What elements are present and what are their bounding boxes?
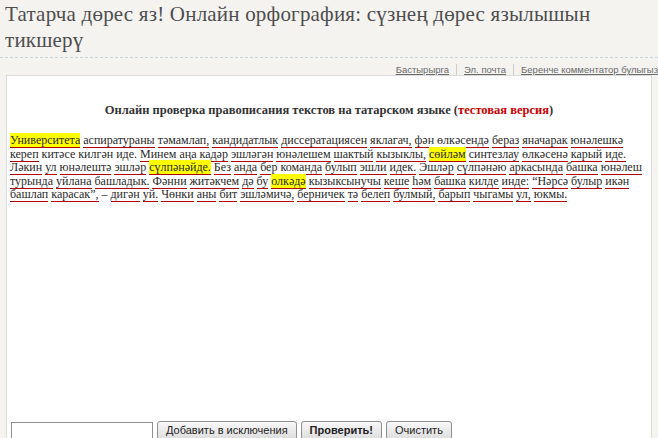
word[interactable]: идек. bbox=[390, 160, 417, 175]
bottom-controls: Добавить в исключения Проверить! Очистит… bbox=[11, 421, 456, 438]
page: { "page": { "title": "Татарча дөрес яз! … bbox=[0, 0, 658, 438]
word[interactable]: сүлпәнәю bbox=[457, 160, 507, 175]
toolbar-links-row: БастырыргаЭл. почтаБеренче комментатор б… bbox=[0, 58, 658, 75]
word[interactable]: бер bbox=[260, 160, 277, 175]
word[interactable]: яклагач, bbox=[370, 133, 411, 148]
check-button[interactable]: Проверить! bbox=[301, 421, 382, 438]
word[interactable]: ул bbox=[45, 160, 56, 175]
word[interactable]: белеп bbox=[361, 187, 390, 202]
test-version-note: тестовая версия bbox=[458, 103, 549, 117]
word[interactable]: берничек bbox=[297, 187, 344, 202]
word[interactable]: уй. bbox=[143, 187, 158, 202]
clear-button[interactable]: Очистить bbox=[386, 421, 452, 438]
word[interactable]: башлап bbox=[10, 187, 48, 202]
toolbar-link-3[interactable]: Беренче комментатор булыгыз bbox=[514, 64, 658, 75]
checked-text: Университета аспиратураны тәмамлап, канд… bbox=[10, 134, 648, 202]
word[interactable]: эшләмичә, bbox=[240, 187, 294, 202]
word[interactable]: диссератациясен bbox=[281, 133, 367, 148]
word[interactable]: Чөнки bbox=[161, 187, 193, 202]
checker-heading-text: Онлайн проверка правописания текстов на … bbox=[105, 103, 451, 117]
word[interactable]: бераз bbox=[492, 133, 519, 148]
word[interactable]: тәмамлап, bbox=[158, 133, 210, 148]
misspelled-word[interactable]: сүлпәнәйде. bbox=[149, 160, 211, 175]
checker-heading: Онлайн проверка правописания текстов на … bbox=[7, 103, 651, 118]
word[interactable]: анда bbox=[234, 160, 257, 175]
paren-close: ) bbox=[549, 103, 553, 117]
word[interactable]: булып bbox=[325, 160, 357, 175]
word[interactable]: чыгамы bbox=[473, 187, 513, 202]
word[interactable]: кандидатлык bbox=[212, 133, 278, 148]
word[interactable]: барып bbox=[438, 187, 470, 202]
word: килгән bbox=[78, 147, 113, 161]
word[interactable]: ул, bbox=[516, 187, 530, 202]
word[interactable]: яначарак bbox=[522, 133, 567, 148]
checker-panel: Онлайн проверка правописания текстов на … bbox=[6, 75, 652, 438]
page-title: Татарча дөрес яз! Онлайн орфография: сүз… bbox=[5, 1, 605, 53]
word: – bbox=[102, 187, 108, 201]
word[interactable]: тә bbox=[348, 187, 359, 202]
word: китәсе bbox=[42, 147, 76, 161]
word[interactable]: эшләр bbox=[114, 160, 146, 175]
word[interactable]: юнәлештә bbox=[60, 160, 112, 175]
toolbar-link-1[interactable]: Бастырырга bbox=[389, 64, 457, 75]
word[interactable]: аны bbox=[197, 187, 217, 202]
word[interactable]: команда bbox=[280, 160, 322, 175]
word[interactable]: юнәлеш bbox=[601, 160, 642, 175]
word[interactable]: юкмы. bbox=[534, 187, 567, 202]
word[interactable]: Ләкин bbox=[10, 160, 42, 175]
word[interactable]: фән bbox=[415, 133, 435, 148]
word: иде. bbox=[116, 147, 137, 161]
word[interactable]: юнәлешкә bbox=[571, 133, 623, 148]
exception-input[interactable] bbox=[11, 422, 153, 438]
word[interactable]: бит bbox=[219, 187, 237, 202]
add-exception-button[interactable]: Добавить в исключения bbox=[157, 421, 297, 438]
word[interactable]: Без bbox=[214, 160, 231, 175]
word[interactable]: аркасында bbox=[509, 160, 563, 175]
word[interactable]: булмый, bbox=[393, 187, 435, 202]
word[interactable]: өлкәсендә bbox=[437, 133, 489, 148]
word[interactable]: карасак”, bbox=[51, 187, 98, 202]
word[interactable]: дигән bbox=[111, 187, 140, 202]
site-header: Татарча дөрес яз! Онлайн орфография: сүз… bbox=[0, 0, 658, 58]
word[interactable]: икән bbox=[605, 174, 629, 189]
word[interactable]: Эшләр bbox=[419, 160, 453, 175]
word[interactable]: башка bbox=[566, 160, 598, 175]
word[interactable]: эшли bbox=[360, 160, 387, 175]
toolbar-link-2[interactable]: Эл. почта bbox=[457, 64, 514, 75]
word[interactable]: булыр bbox=[571, 174, 602, 189]
